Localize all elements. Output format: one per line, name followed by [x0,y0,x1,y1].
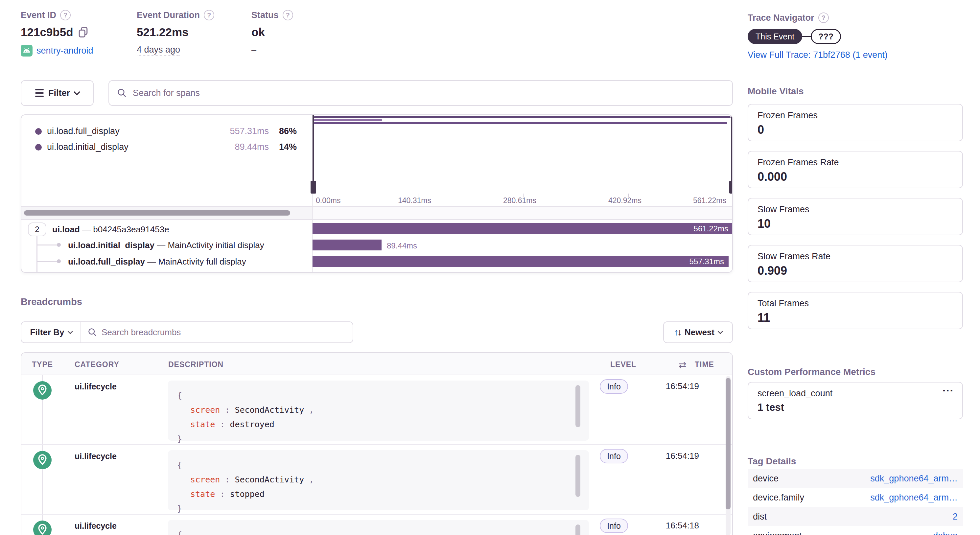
col-type: TYPE [32,360,53,369]
legend-span-duration: 89.44ms [203,142,269,152]
span-bar[interactable]: 561.22ms [313,223,733,234]
code-scrollbar-thumb[interactable] [576,524,581,535]
vital-card: Slow Frames 10 [748,198,963,235]
breadcrumbs-search-input[interactable] [102,327,346,338]
event-age[interactable]: 4 days ago [137,45,180,56]
vital-card: Slow Frames Rate 0.909 [748,245,963,282]
help-icon[interactable]: ? [204,10,214,21]
span-search-input[interactable] [133,88,724,98]
trace-connector-line [802,36,811,37]
table-scrollbar-thumb[interactable] [725,378,730,510]
location-pin-icon [33,381,52,400]
copy-icon[interactable] [78,27,88,38]
span-bar-duration: 89.44ms [387,241,417,250]
event-duration-label: Event Duration [137,10,200,21]
view-full-trace-link[interactable]: View Full Trace: 71bf2768 (1 event) [748,50,888,60]
filter-button-label: Filter [48,88,70,98]
axis-label: 420.92ms [608,196,641,205]
vital-value: 11 [757,311,770,325]
sort-label: Newest [684,327,714,338]
overflow-menu-icon[interactable]: ... [943,381,954,394]
span-tree-row-label[interactable]: ui.load.initial_display — MainActivity i… [68,240,264,250]
scrollbar-thumb[interactable] [24,210,290,216]
help-icon[interactable]: ? [818,13,829,23]
axis-label: 140.31ms [398,196,431,205]
tag-row: dist 2 [748,507,963,526]
breadcrumbs-sort-button[interactable]: ↑↓ Newest [663,322,733,343]
code-scrollbar-thumb[interactable] [576,455,581,497]
span-bar-duration: 561.22ms [694,224,728,233]
legend-dot-icon [35,128,42,135]
row-divider [21,444,732,445]
tree-horizontal-scrollbar[interactable] [21,207,312,219]
tree-connector-dot [57,259,61,263]
span-bar[interactable]: 557.31ms [313,256,729,267]
breadcrumb-description-code[interactable]: { screen : SecondActivity , state : dest… [168,381,589,441]
tag-value-link[interactable]: 2 [953,512,958,522]
span-bar[interactable] [313,240,382,250]
vital-label: Slow Frames Rate [757,252,830,261]
time-sort-icon[interactable]: ⇄ [679,360,686,370]
project-link[interactable]: sentry-android [37,46,93,56]
legend-span-pct: 86% [274,126,297,136]
breadcrumb-description-code[interactable]: { [168,520,589,535]
legend-dot-icon [35,144,42,151]
span-children-badge[interactable]: 2 [28,223,46,236]
vital-value: 0.000 [757,170,787,184]
breadcrumbs-search[interactable] [81,322,353,342]
tag-value-link[interactable]: sdk_gphone64_arm… [870,493,958,503]
custom-metric-card: screen_load_count ... 1 test [748,382,963,419]
vital-value: 10 [757,217,771,231]
tree-connector [37,236,37,272]
tag-value-link[interactable]: sdk_gphone64_arm… [870,473,958,484]
chevron-down-icon [718,329,723,334]
vital-card: Frozen Frames 0 [748,104,963,141]
breadcrumbs-filter-by-button[interactable]: Filter By [21,322,81,342]
tree-connector [37,245,57,245]
col-level: LEVEL [610,360,636,369]
metric-name: screen_load_count [757,389,832,399]
axis-label: 280.61ms [503,196,536,205]
breadcrumb-category: ui.lifecycle [75,521,117,531]
trace-navigator-title: Trace Navigator [748,13,815,23]
level-badge: Info [600,379,628,394]
event-id-value: 121c9b5d [21,25,73,39]
col-time[interactable]: TIME [695,360,714,369]
this-event-pill[interactable]: This Event [748,29,802,44]
tag-key: device.family [753,493,804,503]
filter-button[interactable]: Filter [21,80,94,106]
legend-span-duration: 557.31ms [203,126,269,136]
status-sub: – [251,45,256,55]
axis-label: 0.00ms [316,196,340,205]
search-icon [117,88,127,98]
help-icon[interactable]: ? [60,10,71,21]
minimap-right-handle-grip[interactable] [729,181,733,194]
status-label: Status [251,10,279,21]
vital-label: Frozen Frames Rate [757,158,839,167]
breadcrumbs-table-header: TYPE CATEGORY DESCRIPTION LEVEL ⇄ TIME [21,353,732,375]
level-badge: Info [600,449,628,463]
event-id-block: Event ID ? 121c9b5d sentry-android [21,10,93,57]
row-divider [21,514,732,514]
android-platform-icon [21,45,33,57]
span-search[interactable] [108,80,733,106]
trace-minimap[interactable] [312,115,733,194]
span-tree-row-label[interactable]: ui.load.full_display — MainActivity full… [68,256,246,267]
legend-span-name: ui.load.initial_display [47,142,129,152]
minimap-left-handle-grip[interactable] [310,181,316,194]
span-tree-row-label[interactable]: ui.load — b04245a3ea91453e [52,225,169,235]
breadcrumbs-controls: Filter By [21,322,353,343]
vital-label: Frozen Frames [757,110,818,121]
unknown-trace-pill[interactable]: ??? [811,29,841,44]
help-icon[interactable]: ? [283,10,293,21]
tag-value-link[interactable]: debug [933,531,958,535]
tag-row: device.family sdk_gphone64_arm… [748,488,963,507]
tag-row: environment debug [748,526,963,535]
breadcrumb-description-code[interactable]: { screen : SecondActivity , state : stop… [168,450,589,510]
event-id-label: Event ID [21,10,56,21]
vital-label: Total Frames [757,298,809,309]
vital-label: Slow Frames [757,204,810,215]
code-scrollbar-thumb[interactable] [576,385,581,427]
minimap-span-bar [314,122,727,124]
vital-value: 0.909 [757,264,787,278]
